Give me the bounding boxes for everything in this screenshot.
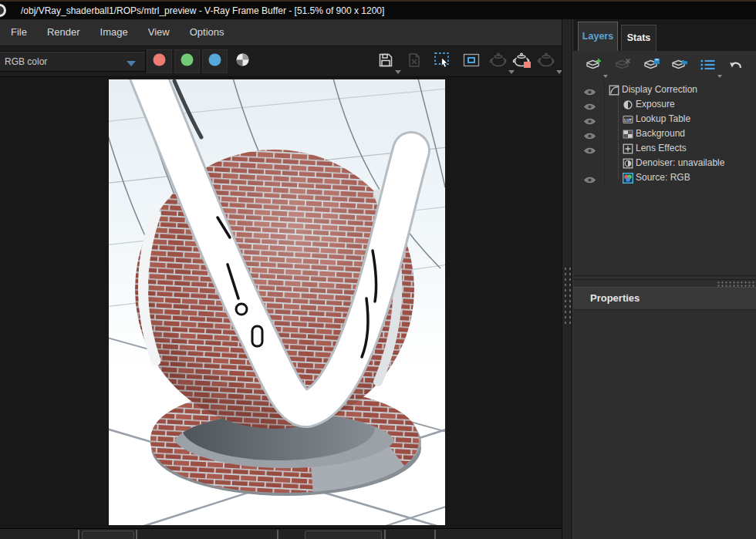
save-layers-button[interactable] — [641, 56, 663, 77]
bottom-toolbar-separator — [78, 530, 79, 539]
splitter-grip-icon — [563, 266, 571, 325]
denoiser-icon — [623, 158, 633, 172]
undo-button[interactable] — [725, 56, 747, 77]
dropdown-caret-icon — [603, 75, 608, 78]
square-inset-icon — [462, 52, 481, 71]
divider — [573, 275, 756, 276]
chevron-down-icon — [126, 59, 137, 69]
svg-text:LUT: LUT — [624, 117, 632, 122]
region-select-button[interactable] — [432, 52, 454, 72]
green-channel-button[interactable] — [174, 49, 200, 73]
menu-bar: FileRenderImageViewOptions — [0, 19, 562, 46]
divider — [573, 279, 756, 280]
layer-label: Display Correction — [622, 84, 697, 95]
layers-add-icon — [585, 58, 603, 75]
layers-load-icon — [670, 58, 689, 75]
curve-icon — [609, 85, 619, 99]
green-dot-icon — [181, 53, 194, 69]
right-dock-panel: Layers Stats Display Correction Exposure… — [572, 19, 756, 539]
layers-save-icon — [643, 58, 661, 75]
lens-effects-icon — [623, 143, 633, 157]
layer-label: Exposure — [636, 99, 675, 109]
save-icon — [377, 52, 394, 72]
tab-stats[interactable]: Stats — [621, 25, 656, 51]
layer-label: Source: RGB — [636, 172, 690, 183]
render-last-button[interactable] — [511, 52, 533, 72]
region-select-icon — [434, 52, 452, 72]
eye-visibility-icon[interactable] — [583, 173, 596, 187]
delete-layer-button — [613, 56, 634, 77]
bottom-toolbar-partial-button[interactable] — [82, 531, 134, 539]
red-channel-button[interactable] — [147, 49, 172, 73]
menu-item-view[interactable]: View — [138, 19, 180, 45]
menu-item-image[interactable]: Image — [90, 19, 138, 45]
render-button — [488, 52, 510, 72]
layer-label: Background — [636, 128, 685, 139]
layer-label: Lens Effects — [636, 143, 687, 153]
app-logo-icon — [0, 4, 6, 17]
teapot-badge-icon — [512, 52, 532, 72]
bottom-toolbar-separator — [277, 530, 278, 539]
window-title-bar: /obj/VRay_shaderball1/ROPs/mtrl_preview … — [0, 0, 756, 19]
layer-row-exposure[interactable]: Exposure — [573, 97, 756, 112]
layer-row-denoiser-unavailable[interactable]: Denoiser: unavailable — [573, 156, 756, 170]
interactive-render-button — [536, 52, 558, 72]
layer-tree: Display Correction Exposure LUTLookup Ta… — [573, 83, 756, 186]
clear-image-icon — [406, 52, 423, 72]
undo-icon — [727, 59, 744, 74]
shaderball-render — [109, 79, 445, 525]
layers-delete-icon — [614, 58, 633, 75]
layer-label: Lookup Table — [636, 113, 690, 124]
layer-row-lens-effects[interactable]: Lens Effects — [573, 141, 756, 156]
layer-row-lookup-table[interactable]: LUTLookup Table — [573, 112, 756, 126]
channel-select-value: RGB color — [0, 56, 47, 67]
layers-panel-body: Display Correction Exposure LUTLookup Ta… — [573, 51, 756, 539]
layer-row-background[interactable]: Background — [573, 126, 756, 141]
panel-tabs: Layers Stats — [573, 19, 756, 51]
contrast-icon — [623, 99, 633, 113]
render-viewport-area — [0, 77, 562, 528]
menu-item-render[interactable]: Render — [37, 19, 90, 45]
redo-button — [753, 56, 756, 77]
tab-layers[interactable]: Layers — [578, 22, 618, 51]
red-dot-icon — [153, 53, 166, 69]
bottom-toolbar-separator — [434, 530, 436, 539]
layer-label: Denoiser: unavailable — [636, 157, 724, 168]
bottom-toolbar-partial-button[interactable] — [305, 531, 382, 539]
bottom-toolbar-separator — [136, 530, 137, 539]
list-icon — [700, 58, 717, 75]
add-layer-button[interactable] — [583, 56, 605, 77]
save-image-button[interactable] — [375, 52, 397, 72]
teapot-icon — [537, 52, 557, 72]
blue-channel-button[interactable] — [202, 49, 228, 73]
dropdown-caret-icon — [395, 70, 401, 74]
gray-sphere-icon — [236, 53, 249, 69]
render-canvas[interactable] — [109, 79, 445, 525]
checker-icon — [623, 129, 633, 143]
properties-header: Properties — [573, 287, 756, 310]
menu-item-file[interactable]: File — [0, 19, 37, 45]
channel-select-dropdown[interactable]: RGB color — [0, 51, 146, 72]
vertical-splitter[interactable] — [562, 19, 572, 539]
layer-toolbar — [573, 51, 756, 82]
blue-dot-icon — [208, 53, 221, 69]
lut-icon: LUT — [623, 114, 633, 128]
dropdown-caret-icon — [717, 75, 722, 78]
teapot-icon — [489, 52, 509, 72]
window-title: /obj/VRay_shaderball1/ROPs/mtrl_preview … — [21, 5, 384, 16]
layer-row-display-correction[interactable]: Display Correction — [573, 83, 756, 97]
clear-image-button — [403, 52, 425, 72]
bottom-toolbar-separator — [384, 530, 386, 539]
mono-sphere-button[interactable] — [230, 49, 255, 73]
layers-list-button[interactable] — [697, 56, 719, 77]
layer-row-source-rgb[interactable]: Source: RGB — [573, 170, 756, 185]
load-layers-button[interactable] — [669, 56, 690, 77]
menu-item-options[interactable]: Options — [180, 19, 235, 45]
viewport-corner-button[interactable] — [461, 52, 482, 72]
rgb-source-icon — [623, 173, 633, 187]
